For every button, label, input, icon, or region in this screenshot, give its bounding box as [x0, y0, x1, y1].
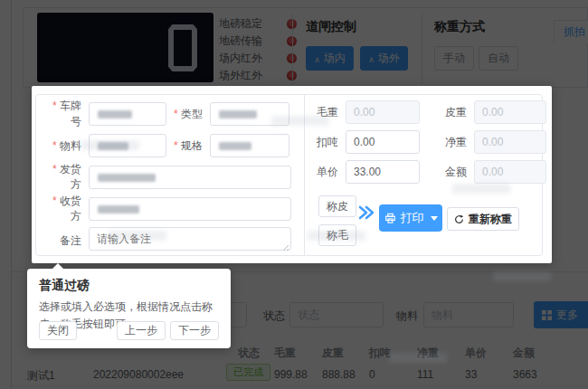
receiver-input[interactable]: [89, 197, 291, 221]
tare-label: 皮重: [436, 105, 467, 120]
redacted-value: [98, 110, 132, 119]
deduct-input[interactable]: [346, 130, 420, 154]
weigh-tare-label: 称皮: [327, 199, 348, 214]
tour-close-label: 关闭: [47, 323, 69, 338]
tour-prev-label: 上一步: [125, 323, 157, 338]
amount-input: [474, 160, 546, 184]
reweigh-label: 重新称重: [469, 212, 512, 227]
form-row-remark: 备注: [43, 229, 299, 252]
form-row-deduct-net: 扣吨 净重: [308, 130, 546, 154]
weigh-gross-label: 称毛: [327, 228, 348, 243]
type-label: 类型: [166, 107, 203, 122]
plate-label: 车牌号: [43, 99, 81, 129]
gross-label: 毛重: [308, 105, 338, 120]
double-arrow-icon: [357, 204, 375, 221]
redacted-value: [98, 205, 139, 213]
gross-input: [346, 100, 420, 124]
spec-input[interactable]: [210, 134, 289, 157]
tour-next-label: 下一步: [178, 323, 211, 338]
net-label: 净重: [436, 135, 467, 150]
form-divider: [304, 95, 305, 255]
spec-label: 规格: [166, 138, 203, 154]
caret-down-icon: [431, 216, 438, 221]
price-input[interactable]: [346, 160, 420, 184]
printer-icon: [384, 213, 396, 224]
weigh-form-modal: 车牌号 类型 物料 规格 发货方 收货方: [32, 86, 552, 263]
form-row-sender: 发货方: [43, 166, 299, 189]
tour-next-button[interactable]: 下一步: [170, 321, 219, 340]
tour-popover: 普通过磅 选择或填入必选项，根据情况点击称皮、称毛按钮即可 关闭 上一步 下一步: [27, 269, 231, 348]
form-row-price-amount: 单价 金额: [308, 160, 546, 184]
plate-input[interactable]: [89, 102, 166, 126]
print-button[interactable]: 打印: [379, 204, 442, 232]
form-border-box: 车牌号 类型 物料 规格 发货方 收货方: [35, 94, 543, 256]
tour-title: 普通过磅: [39, 278, 219, 294]
receiver-label: 收货方: [43, 194, 81, 224]
material-label: 物料: [43, 138, 81, 154]
deduct-label: 扣吨: [308, 135, 338, 150]
material-input[interactable]: [89, 134, 166, 157]
reweigh-button[interactable]: 重新称重: [447, 207, 519, 231]
type-input[interactable]: [210, 102, 289, 126]
sender-input[interactable]: [89, 166, 291, 189]
form-row-material-spec: 物料 规格: [43, 134, 299, 157]
weigh-tare-button[interactable]: 称皮: [318, 195, 356, 217]
redacted-value: [219, 142, 251, 150]
sender-label: 发货方: [43, 162, 81, 193]
form-row-plate-type: 车牌号 类型: [43, 102, 299, 126]
tour-close-button[interactable]: 关闭: [39, 321, 77, 340]
popover-arrow-icon: [52, 263, 63, 269]
redacted-value: [98, 174, 156, 182]
tour-prev-button[interactable]: 上一步: [117, 321, 166, 340]
weigh-gross-button[interactable]: 称毛: [318, 224, 356, 246]
amount-label: 金额: [436, 165, 467, 180]
redacted-value: [98, 142, 128, 150]
print-label: 打印: [401, 210, 424, 226]
form-row-gross-tare: 毛重 皮重: [308, 100, 546, 124]
remark-label: 备注: [43, 233, 81, 249]
weighbridge-app: 0 地磅稳定 地磅传输 场内红外 场外红外 道闸控制: [0, 0, 588, 389]
redacted-value: [219, 110, 257, 119]
net-input: [474, 130, 546, 154]
refresh-icon: [454, 214, 464, 224]
tare-input: [474, 100, 546, 124]
remark-textarea[interactable]: [89, 227, 291, 251]
price-label: 单价: [308, 165, 338, 180]
form-row-receiver: 收货方: [43, 197, 299, 221]
